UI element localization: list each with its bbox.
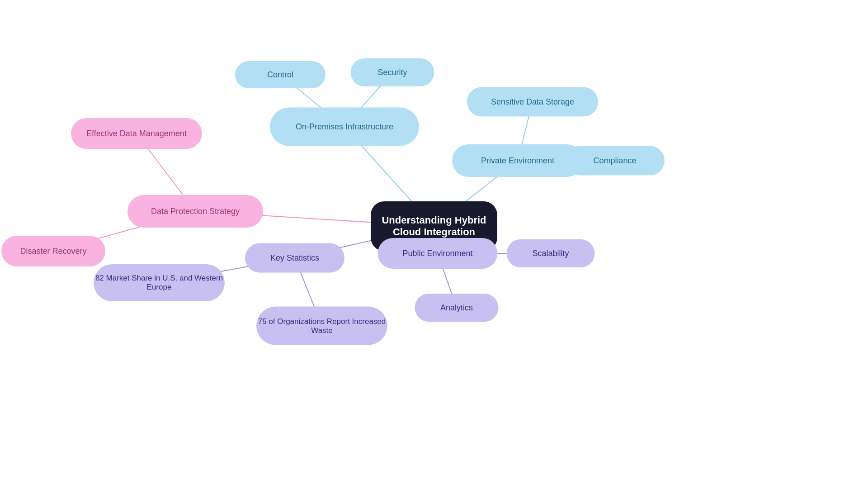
analytics-node[interactable]: Analytics bbox=[415, 294, 499, 322]
market-share-node[interactable]: 82 Market Share in U.S. and Western Euro… bbox=[94, 264, 225, 301]
scalability-label: Scalability bbox=[532, 249, 569, 258]
compliance-label: Compliance bbox=[593, 156, 636, 166]
effective-dm-node[interactable]: Effective Data Management bbox=[71, 118, 202, 149]
on-premises-label: On-Premises Infrastructure bbox=[296, 122, 393, 132]
disaster-recovery-node[interactable]: Disaster Recovery bbox=[1, 236, 105, 266]
sensitive-data-node[interactable]: Sensitive Data Storage bbox=[467, 87, 598, 117]
key-stats-node[interactable]: Key Statistics bbox=[245, 243, 344, 273]
org-report-label: 75 of Organizations Report Increased Was… bbox=[256, 317, 387, 335]
org-report-node[interactable]: 75 of Organizations Report Increased Was… bbox=[256, 307, 387, 345]
sensitive-data-label: Sensitive Data Storage bbox=[491, 97, 574, 107]
analytics-label: Analytics bbox=[440, 303, 473, 313]
market-share-label: 82 Market Share in U.S. and Western Euro… bbox=[94, 274, 225, 292]
control-node[interactable]: Control bbox=[235, 61, 326, 88]
public-env-label: Public Environment bbox=[402, 249, 472, 258]
data-protection-label: Data Protection Strategy bbox=[151, 207, 240, 216]
on-premises-node[interactable]: On-Premises Infrastructure bbox=[270, 108, 419, 146]
center-label: Understanding Hybrid Cloud Integration bbox=[371, 214, 497, 238]
security-label: Security bbox=[377, 68, 407, 77]
private-env-label: Private Environment bbox=[481, 156, 554, 166]
compliance-node[interactable]: Compliance bbox=[565, 146, 665, 176]
control-label: Control bbox=[267, 70, 293, 80]
disaster-recovery-label: Disaster Recovery bbox=[20, 247, 86, 256]
key-stats-label: Key Statistics bbox=[270, 253, 319, 263]
scalability-node[interactable]: Scalability bbox=[507, 239, 595, 267]
effective-dm-label: Effective Data Management bbox=[86, 129, 187, 138]
public-env-node[interactable]: Public Environment bbox=[378, 238, 498, 269]
security-node[interactable]: Security bbox=[351, 58, 434, 86]
data-protection-node[interactable]: Data Protection Strategy bbox=[127, 195, 263, 228]
private-env-node[interactable]: Private Environment bbox=[452, 144, 583, 177]
